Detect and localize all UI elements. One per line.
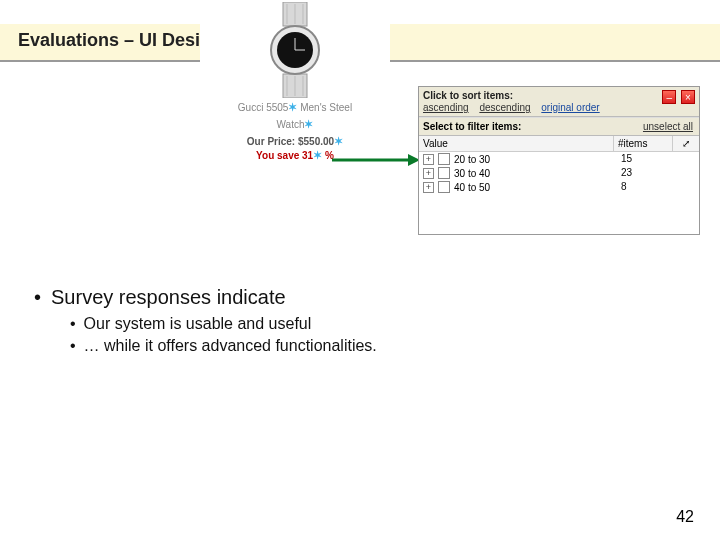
sort-header: Click to sort items: ascending descendin… (419, 87, 699, 117)
row-count: 23 (621, 167, 695, 179)
save-value: 31 (302, 150, 313, 161)
checkbox[interactable] (438, 167, 450, 179)
filter-header: Select to filter items: unselect all (419, 117, 699, 136)
page-number: 42 (676, 508, 694, 526)
checkbox[interactable] (438, 181, 450, 193)
row-count: 8 (621, 181, 695, 193)
product-title-line1: Gucci 5505✶ Men's Steel (200, 100, 390, 115)
expand-icon[interactable]: + (423, 154, 434, 165)
filter-row[interactable]: + 40 to 50 8 (419, 180, 699, 194)
arrow-icon (330, 150, 420, 170)
col-value[interactable]: Value (419, 136, 614, 151)
sort-original-link[interactable]: original order (541, 102, 599, 113)
body-text: Survey responses indicate Our system is … (34, 280, 690, 359)
product-brand: Gucci 5505 (238, 102, 289, 113)
star-icon: ✶ (313, 149, 322, 161)
row-label: 40 to 50 (454, 182, 490, 193)
star-icon: ✶ (334, 135, 343, 147)
product-title-line2: Watch✶ (200, 117, 390, 132)
bullet-1-1: Our system is usable and useful (70, 315, 690, 333)
save-prefix: You save (256, 150, 299, 161)
price-line: Our Price: $550.00✶ (200, 134, 390, 149)
column-header: Value #items ⤢ (419, 136, 699, 152)
row-label: 30 to 40 (454, 168, 490, 179)
filter-rows: + 20 to 30 15 + 30 to 40 23 + 40 to 50 8 (419, 152, 699, 234)
sort-ascending-link[interactable]: ascending (423, 102, 469, 113)
filter-row[interactable]: + 20 to 30 15 (419, 152, 699, 166)
minimize-icon[interactable]: – (662, 90, 676, 104)
panel-window-buttons: – × (660, 90, 695, 104)
price-label: Our Price: (247, 136, 295, 147)
filter-panel: Click to sort items: ascending descendin… (418, 86, 700, 235)
star-icon: ✶ (288, 101, 297, 113)
product-type: Watch (277, 119, 305, 130)
row-count: 15 (621, 153, 695, 165)
sort-title: Click to sort items: (423, 90, 695, 101)
row-label: 20 to 30 (454, 154, 490, 165)
product-desc: Men's Steel (300, 102, 352, 113)
star-icon: ✶ (304, 118, 313, 130)
expand-icon[interactable]: + (423, 168, 434, 179)
unselect-all-link[interactable]: unselect all (643, 121, 693, 132)
checkbox[interactable] (438, 153, 450, 165)
watch-image (255, 2, 335, 98)
sort-descending-link[interactable]: descending (479, 102, 530, 113)
close-icon[interactable]: × (681, 90, 695, 104)
expand-columns-icon[interactable]: ⤢ (673, 136, 699, 151)
filter-title: Select to filter items: (423, 121, 521, 132)
price-value: $550.00 (298, 136, 334, 147)
col-items[interactable]: #items (614, 136, 673, 151)
expand-icon[interactable]: + (423, 182, 434, 193)
bullet-1-2: … while it offers advanced functionaliti… (70, 337, 690, 355)
filter-row[interactable]: + 30 to 40 23 (419, 166, 699, 180)
bullet-1: Survey responses indicate (34, 286, 690, 309)
sort-links: ascending descending original order (423, 102, 695, 113)
slide-title: Evaluations – UI Design (18, 30, 222, 51)
